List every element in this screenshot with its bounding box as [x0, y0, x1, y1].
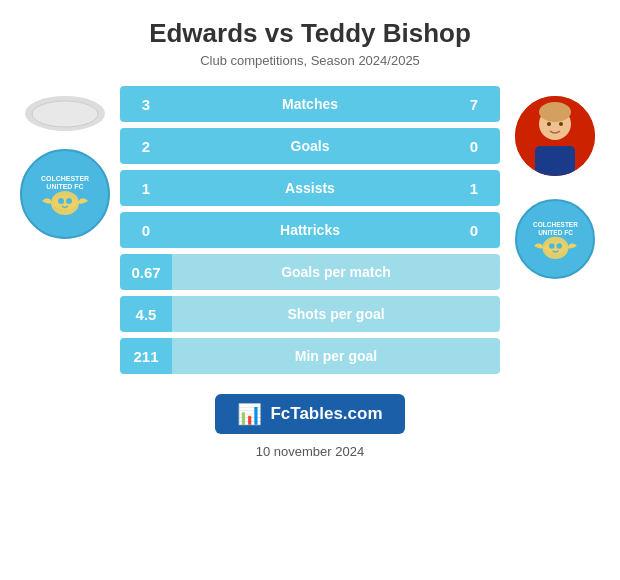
stat-assists-label: Assists	[172, 170, 448, 206]
stat-assists-left: 1	[120, 170, 172, 206]
stat-row-matches: 3 Matches 7	[120, 86, 500, 122]
stat-goals-left: 2	[120, 128, 172, 164]
left-badges: COLCHESTER UNITED FC	[10, 86, 120, 239]
svg-point-17	[549, 243, 555, 249]
svg-text:COLCHESTER: COLCHESTER	[41, 175, 89, 182]
page-subtitle: Club competitions, Season 2024/2025	[200, 53, 420, 68]
stat-goals-right: 0	[448, 128, 500, 164]
stat-hattricks-right: 0	[448, 212, 500, 248]
logo-area: 📊 FcTables.com	[120, 394, 500, 434]
stat-row-min-per-goal: 211 Min per goal	[120, 338, 500, 374]
right-badges: COLCHESTER UNITED FC	[500, 86, 610, 279]
svg-point-12	[559, 122, 563, 126]
page-wrapper: Edwards vs Teddy Bishop Club competition…	[0, 0, 620, 580]
fctables-logo: 📊 FcTables.com	[215, 394, 404, 434]
stat-matches-label: Matches	[172, 86, 448, 122]
left-oval-badge	[25, 96, 105, 131]
right-player-avatar	[515, 96, 595, 176]
stat-row-hattricks: 0 Hattricks 0	[120, 212, 500, 248]
stat-row-assists: 1 Assists 1	[120, 170, 500, 206]
stat-matches-right: 7	[448, 86, 500, 122]
date-text: 10 november 2024	[256, 444, 364, 459]
svg-text:UNITED FC: UNITED FC	[538, 228, 573, 235]
stat-mpg-left: 211	[120, 338, 172, 374]
svg-text:COLCHESTER: COLCHESTER	[533, 221, 578, 228]
svg-rect-9	[535, 146, 575, 176]
svg-point-5	[58, 198, 64, 204]
stat-row-shots-per-goal: 4.5 Shots per goal	[120, 296, 500, 332]
stat-gpm-left: 0.67	[120, 254, 172, 290]
right-club-badge: COLCHESTER UNITED FC	[515, 199, 595, 279]
stat-spg-label: Shots per goal	[172, 296, 500, 332]
stat-spg-left: 4.5	[120, 296, 172, 332]
stat-mpg-label: Min per goal	[172, 338, 500, 374]
svg-point-0	[32, 101, 98, 127]
stat-gpm-label: Goals per match	[172, 254, 500, 290]
svg-point-18	[556, 243, 562, 249]
stat-assists-right: 1	[448, 170, 500, 206]
content-area: COLCHESTER UNITED FC 3 Matches	[0, 86, 620, 434]
left-club-badge: COLCHESTER UNITED FC	[20, 149, 110, 239]
page-title: Edwards vs Teddy Bishop	[149, 18, 471, 49]
stat-row-goals-per-match: 0.67 Goals per match	[120, 254, 500, 290]
stat-hattricks-label: Hattricks	[172, 212, 448, 248]
stat-matches-left: 3	[120, 86, 172, 122]
svg-point-10	[539, 102, 571, 122]
stats-area: 3 Matches 7 2 Goals 0 1 Assists 1 0 Hatt…	[120, 86, 500, 434]
stat-goals-label: Goals	[172, 128, 448, 164]
logo-icon: 📊	[237, 402, 262, 426]
svg-point-11	[547, 122, 551, 126]
svg-text:UNITED FC: UNITED FC	[46, 183, 83, 190]
logo-text: FcTables.com	[270, 404, 382, 424]
svg-point-6	[66, 198, 72, 204]
stat-hattricks-left: 0	[120, 212, 172, 248]
stat-row-goals: 2 Goals 0	[120, 128, 500, 164]
